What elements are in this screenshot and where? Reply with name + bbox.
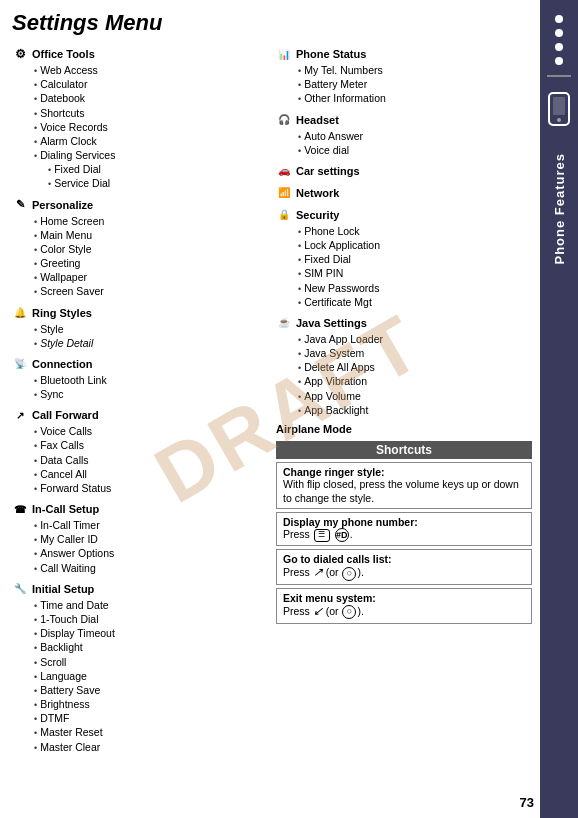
shortcut-item-3: Go to dialed calls list: Press ↗ (or ○). — [276, 549, 532, 585]
section-security: 🔒 Security •Phone Lock •Lock Application… — [276, 207, 532, 309]
list-item: •Fixed Dial — [298, 252, 532, 266]
list-item: •Home Screen — [34, 214, 268, 228]
list-item: •Voice dial — [298, 143, 532, 157]
section-network: 📶 Network — [276, 185, 532, 201]
columns: ⚙ Office Tools •Web Access •Calculator •… — [12, 46, 532, 760]
shortcut-desc-1: With flip closed, press the volume keys … — [283, 478, 525, 505]
key-circle-1[interactable]: ○ — [342, 567, 356, 581]
shortcut-desc-3: Press ↗ (or ○). — [283, 565, 525, 581]
list-item: •Greeting — [34, 256, 268, 270]
right-column: 📊 Phone Status •My Tel. Numbers •Battery… — [276, 46, 532, 760]
list-item: •Style Detail — [34, 336, 268, 350]
phone-status-title: Phone Status — [296, 48, 366, 60]
network-icon: 📶 — [276, 185, 292, 201]
car-settings-title: Car settings — [296, 165, 360, 177]
list-item: •DTMF — [34, 711, 268, 725]
section-office-tools: ⚙ Office Tools •Web Access •Calculator •… — [12, 46, 268, 191]
list-item: •Display Timeout — [34, 626, 268, 640]
list-item: •Alarm Clock — [34, 134, 268, 148]
phone-status-icon: 📊 — [276, 46, 292, 62]
connection-icon: 📡 — [12, 356, 28, 372]
list-item: •Dialing Services — [34, 148, 268, 162]
left-column: ⚙ Office Tools •Web Access •Calculator •… — [12, 46, 268, 760]
ring-styles-title: Ring Styles — [32, 307, 92, 319]
security-title: Security — [296, 209, 339, 221]
list-item: •Shortcuts — [34, 106, 268, 120]
shortcut-title-2: Display my phone number: — [283, 516, 525, 528]
section-call-forward: ↗ Call Forward •Voice Calls •Fax Calls •… — [12, 407, 268, 495]
end-key[interactable]: ↙ — [313, 604, 323, 618]
in-call-setup-title: In-Call Setup — [32, 503, 99, 515]
list-item: •Voice Calls — [34, 424, 268, 438]
list-item: •Forward Status — [34, 481, 268, 495]
section-initial-setup: 🔧 Initial Setup •Time and Date •1-Touch … — [12, 581, 268, 754]
list-item: •SIM PIN — [298, 266, 532, 280]
list-item: •Java System — [298, 346, 532, 360]
list-item: •Data Calls — [34, 453, 268, 467]
sidebar-divider — [547, 75, 571, 77]
list-item: •Scroll — [34, 655, 268, 669]
list-item: •Battery Save — [34, 683, 268, 697]
menu-key[interactable]: ☰ — [314, 529, 330, 542]
sidebar-dot-2 — [555, 29, 563, 37]
key-circle-2[interactable]: ○ — [342, 605, 356, 619]
personalize-title: Personalize — [32, 199, 93, 211]
list-item: •Lock Application — [298, 238, 532, 252]
list-item: •Master Reset — [34, 725, 268, 739]
call-forward-icon: ↗ — [12, 407, 28, 423]
call-forward-title: Call Forward — [32, 409, 99, 421]
sidebar-dot-3 — [555, 43, 563, 51]
list-item: •Java App Loader — [298, 332, 532, 346]
list-item: •Datebook — [34, 91, 268, 105]
initial-setup-icon: 🔧 — [12, 581, 28, 597]
airplane-mode-title: Airplane Mode — [276, 423, 352, 435]
list-item: •Voice Records — [34, 120, 268, 134]
send-key[interactable]: ↗ — [313, 565, 323, 579]
list-item: •Calculator — [34, 77, 268, 91]
list-item: •Call Waiting — [34, 561, 268, 575]
shortcut-item-2: Display my phone number: Press ☰ #D. — [276, 512, 532, 546]
list-item: •Delete All Apps — [298, 360, 532, 374]
list-item: •Language — [34, 669, 268, 683]
key-d[interactable]: #D — [335, 528, 349, 542]
network-title: Network — [296, 187, 339, 199]
shortcut-desc-2: Press ☰ #D. — [283, 528, 525, 542]
list-item: •Battery Meter — [298, 77, 532, 91]
shortcut-title-1: Change ringer style: — [283, 466, 525, 478]
list-item: •Style — [34, 322, 268, 336]
initial-setup-title: Initial Setup — [32, 583, 94, 595]
headset-title: Headset — [296, 114, 339, 126]
page-title: Settings Menu — [12, 10, 532, 36]
list-item: •Answer Options — [34, 546, 268, 560]
sidebar-dot-4 — [555, 57, 563, 65]
section-connection: 📡 Connection •Bluetooth Link •Sync — [12, 356, 268, 401]
shortcut-item-1: Change ringer style: With flip closed, p… — [276, 462, 532, 509]
list-item: •1-Touch Dial — [34, 612, 268, 626]
list-item: •Fixed Dial — [48, 162, 268, 176]
section-in-call-setup: ☎ In-Call Setup •In-Call Timer •My Calle… — [12, 501, 268, 575]
shortcut-desc-4: Press ↙ (or ○). — [283, 604, 525, 620]
sidebar-text: Phone Features — [552, 153, 567, 265]
section-phone-status: 📊 Phone Status •My Tel. Numbers •Battery… — [276, 46, 532, 106]
list-item: •Other Information — [298, 91, 532, 105]
list-item: •Wallpaper — [34, 270, 268, 284]
section-personalize: ✎ Personalize •Home Screen •Main Menu •C… — [12, 197, 268, 299]
svg-point-2 — [557, 118, 561, 122]
shortcuts-header: Shortcuts — [276, 441, 532, 459]
ring-styles-icon: 🔔 — [12, 305, 28, 321]
svg-rect-1 — [553, 97, 565, 115]
list-item: •Fax Calls — [34, 438, 268, 452]
list-item: •My Tel. Numbers — [298, 63, 532, 77]
section-ring-styles: 🔔 Ring Styles •Style •Style Detail — [12, 305, 268, 350]
main-content: Settings Menu ⚙ Office Tools •Web Access… — [0, 0, 540, 818]
list-item: •Sync — [34, 387, 268, 401]
list-item: •Service Dial — [48, 176, 268, 190]
list-item: •Backlight — [34, 640, 268, 654]
section-java-settings: ☕ Java Settings •Java App Loader •Java S… — [276, 315, 532, 417]
connection-title: Connection — [32, 358, 93, 370]
section-headset: 🎧 Headset •Auto Answer •Voice dial — [276, 112, 532, 157]
headset-icon: 🎧 — [276, 112, 292, 128]
list-item: •Web Access — [34, 63, 268, 77]
list-item: •Phone Lock — [298, 224, 532, 238]
java-settings-icon: ☕ — [276, 315, 292, 331]
